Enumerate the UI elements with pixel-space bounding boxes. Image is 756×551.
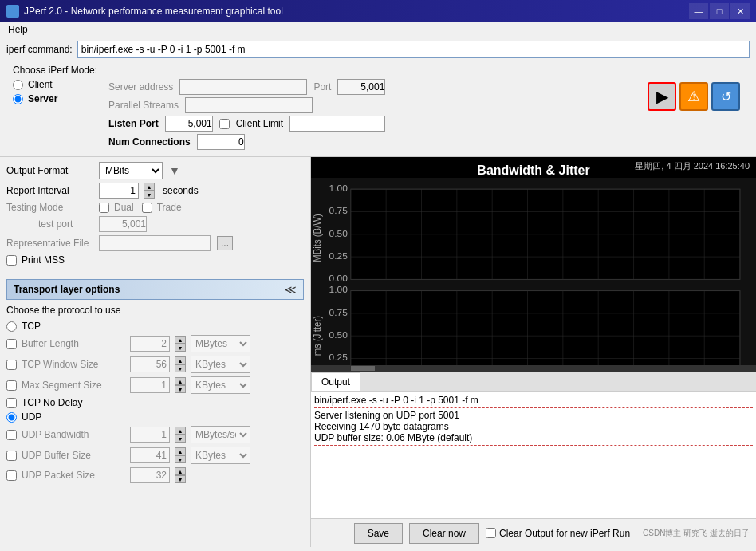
udp-buffer-spinner: ▲ ▼ <box>175 447 186 463</box>
close-button[interactable]: ✕ <box>730 3 750 19</box>
max-segment-checkbox[interactable] <box>6 380 17 391</box>
representative-file-input[interactable] <box>99 235 211 251</box>
iperf-command-input[interactable] <box>77 41 750 58</box>
max-segment-unit[interactable]: KBytes <box>191 376 250 394</box>
svg-text:0.50: 0.50 <box>329 228 348 238</box>
iperf-command-label: iperf command: <box>6 44 73 55</box>
buffer-length-up[interactable]: ▲ <box>175 336 186 344</box>
udp-buffer-down[interactable]: ▼ <box>175 455 186 463</box>
tcp-radio[interactable] <box>6 321 17 332</box>
print-mss-checkbox[interactable] <box>6 255 17 266</box>
max-segment-up[interactable]: ▲ <box>175 377 186 385</box>
client-limit-input[interactable] <box>289 116 385 132</box>
udp-label: UDP <box>22 411 41 423</box>
server-fields: Server address Port Parallel Streams Lis… <box>108 79 628 150</box>
client-limit-label: Client Limit <box>236 118 283 129</box>
watermark: CSDN博主 研究飞 逝去的日子 <box>643 528 750 539</box>
tcp-window-up[interactable]: ▲ <box>175 356 186 364</box>
output-tabs: Output <box>311 372 756 392</box>
output-separator-1 <box>314 407 753 408</box>
client-limit-checkbox[interactable] <box>219 119 230 129</box>
collapse-button[interactable]: ≪ <box>285 283 297 296</box>
report-interval-up[interactable]: ▲ <box>144 183 155 191</box>
udp-bandwidth-up[interactable]: ▲ <box>175 427 186 435</box>
buffer-length-row: Buffer Length ▲ ▼ MBytes KBytes <box>6 335 304 352</box>
parallel-streams-input[interactable] <box>185 97 313 113</box>
tcp-no-delay-label: TCP No Delay <box>22 397 82 408</box>
tcp-window-down[interactable]: ▼ <box>175 364 186 372</box>
udp-buffer-input[interactable] <box>130 447 170 463</box>
udp-bandwidth-checkbox[interactable] <box>6 430 17 440</box>
report-interval-label: Report Interval <box>6 185 94 196</box>
test-port-input[interactable] <box>99 216 147 232</box>
udp-bandwidth-input[interactable] <box>130 427 170 443</box>
buffer-length-input[interactable] <box>130 336 170 352</box>
maximize-button[interactable]: □ <box>710 3 729 19</box>
dual-checkbox[interactable] <box>99 203 109 213</box>
tcp-window-checkbox[interactable] <box>6 360 17 370</box>
svg-text:1.00: 1.00 <box>329 285 348 295</box>
udp-packet-down[interactable]: ▼ <box>175 475 186 483</box>
udp-row: UDP <box>6 411 304 423</box>
udp-buffer-unit[interactable]: KBytes <box>191 447 250 464</box>
chart-svg: MBits (B/W) ms (Jitter) 1.00 0.75 <box>311 178 756 372</box>
body-section: Output Format MBits KBits Bits ▼ Report … <box>0 157 756 547</box>
trade-label: Trade <box>157 202 182 213</box>
clear-output-checkbox[interactable] <box>486 528 496 538</box>
chart-date: 星期四, 4 四月 2024 16:25:40 <box>635 160 750 172</box>
output-section: Output bin/iperf.exe -s -u -P 0 -i 1 -p … <box>311 372 756 547</box>
options-section: Output Format MBits KBits Bits ▼ Report … <box>0 157 310 274</box>
udp-bandwidth-unit[interactable]: MBytes/sec KBytes/sec <box>191 426 250 443</box>
trade-checkbox[interactable] <box>142 203 152 213</box>
help-menu[interactable]: Help <box>3 22 33 37</box>
test-port-row: test port <box>6 216 304 232</box>
minimize-button[interactable]: — <box>689 3 708 19</box>
tcp-window-input[interactable] <box>130 356 170 372</box>
mode-section: Choose iPerf Mode: <box>6 61 750 79</box>
print-mss-label: Print MSS <box>22 254 65 266</box>
udp-radio[interactable] <box>6 412 17 423</box>
svg-text:1.00: 1.00 <box>329 183 348 193</box>
udp-buffer-label: UDP Buffer Size <box>22 450 125 461</box>
buffer-length-checkbox[interactable] <box>6 339 17 349</box>
udp-bandwidth-label: UDP Bandwidth <box>22 429 125 440</box>
start-button[interactable]: ▶ <box>648 82 676 111</box>
parallel-streams-label: Parallel Streams <box>108 100 179 111</box>
port-input[interactable] <box>337 79 385 95</box>
browse-button[interactable]: ... <box>217 236 233 250</box>
report-interval-down[interactable]: ▼ <box>144 191 155 199</box>
max-segment-input[interactable] <box>130 377 170 393</box>
udp-buffer-checkbox[interactable] <box>6 451 17 461</box>
save-button[interactable]: Save <box>354 523 403 544</box>
server-radio[interactable] <box>13 94 23 104</box>
udp-packet-checkbox[interactable] <box>6 470 17 481</box>
restart-button[interactable]: ↺ <box>711 82 740 111</box>
udp-bandwidth-down[interactable]: ▼ <box>175 435 186 443</box>
chart-scrollbar[interactable] <box>311 365 756 372</box>
max-segment-down[interactable]: ▼ <box>175 385 186 393</box>
udp-packet-input[interactable] <box>130 467 170 483</box>
server-address-input[interactable] <box>179 79 307 95</box>
output-line-0: bin/iperf.exe -s -u -P 0 -i 1 -p 5001 -f… <box>314 395 753 406</box>
udp-packet-row: UDP Packet Size ▲ ▼ <box>6 467 304 483</box>
buffer-length-unit[interactable]: MBytes KBytes <box>191 335 250 352</box>
udp-packet-up[interactable]: ▲ <box>175 467 186 475</box>
transport-title: Transport layer options <box>14 284 120 295</box>
output-content[interactable]: bin/iperf.exe -s -u -P 0 -i 1 -p 5001 -f… <box>311 392 756 518</box>
num-connections-input[interactable] <box>197 134 245 150</box>
clear-now-button[interactable]: Clear now <box>409 523 479 544</box>
listen-port-input[interactable] <box>165 116 213 132</box>
output-line-2: Receiving 1470 byte datagrams <box>314 421 753 432</box>
udp-buffer-up[interactable]: ▲ <box>175 447 186 455</box>
report-interval-input[interactable] <box>99 183 139 199</box>
tcp-label: TCP <box>22 321 41 332</box>
buffer-length-down[interactable]: ▼ <box>175 344 186 352</box>
udp-bandwidth-spinner: ▲ ▼ <box>175 427 186 443</box>
output-tab[interactable]: Output <box>311 372 360 391</box>
tcp-no-delay-checkbox[interactable] <box>6 398 17 408</box>
tcp-window-unit[interactable]: KBytes <box>191 356 250 373</box>
client-radio[interactable] <box>13 80 23 90</box>
output-format-select[interactable]: MBits KBits Bits <box>99 162 163 179</box>
client-mode-row: Client <box>13 79 93 90</box>
stop-button[interactable]: ⚠ <box>679 82 708 111</box>
